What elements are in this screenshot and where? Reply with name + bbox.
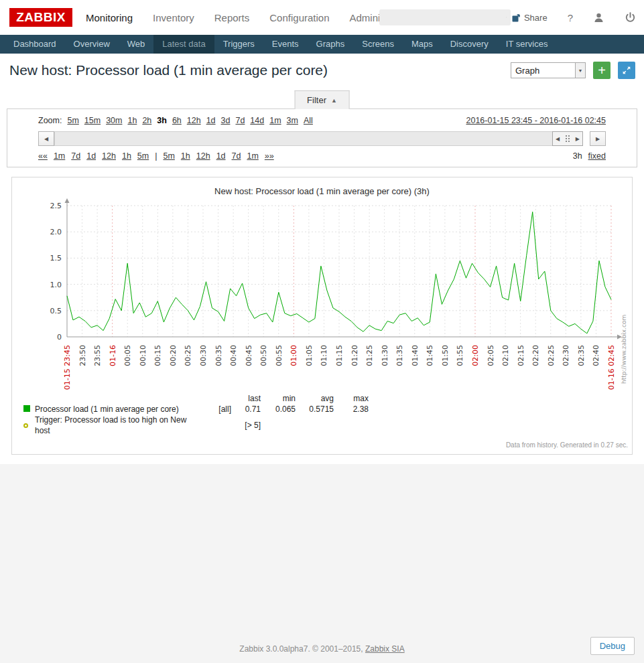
shift-forward-1h-link[interactable]: 1h xyxy=(181,151,190,161)
scroll-slider[interactable]: ◀ ▶ xyxy=(552,131,583,146)
subnav-item-triggers[interactable]: Triggers xyxy=(214,35,263,54)
x-tick-label: 00:20 xyxy=(169,345,178,366)
shift-back-12h-link[interactable]: 12h xyxy=(102,151,116,161)
profile-icon[interactable] xyxy=(593,12,604,23)
legend-value: [> 5] xyxy=(231,420,261,431)
subnav-item-overview[interactable]: Overview xyxy=(65,35,119,54)
nav-separator: | xyxy=(155,151,157,161)
scroll-track[interactable]: ◀ ▶ xyxy=(54,131,583,146)
graph-legend: lastminavgmaxProcessor load (1 min avera… xyxy=(23,393,632,436)
legend-header-row: lastminavgmax xyxy=(23,393,632,404)
chart-title: New host: Processor load (1 min average … xyxy=(12,186,632,196)
filter-tab[interactable]: Filter ▲ xyxy=(294,90,350,109)
zoom-6h-link[interactable]: 6h xyxy=(172,116,182,125)
processor-load-graph[interactable]: 00.51.01.52.02.501-15 23:4523:5023:5501-… xyxy=(12,198,632,392)
zoom-7d-link[interactable]: 7d xyxy=(235,116,245,125)
subnav-item-it-services[interactable]: IT services xyxy=(497,35,557,54)
shift-back-7d-link[interactable]: 7d xyxy=(71,151,80,161)
chevron-down-icon[interactable]: ▼ xyxy=(575,63,585,78)
legend-scale: [all] xyxy=(199,404,231,415)
y-tick-label: 2.0 xyxy=(50,228,62,236)
subnav-item-dashboard[interactable]: Dashboard xyxy=(5,35,65,54)
shift-forward-1d-link[interactable]: 1d xyxy=(216,151,226,161)
footer-link[interactable]: Zabbix SIA xyxy=(365,644,405,654)
shift-forward-7d-link[interactable]: 7d xyxy=(232,151,241,161)
x-tick-label: 01-16 xyxy=(109,345,117,366)
scroll-left-button[interactable]: ◀ xyxy=(38,131,54,146)
date-range-link[interactable]: 2016-01-15 23:45 - 2016-01-16 02:45 xyxy=(466,116,606,125)
x-tick-label: 00:35 xyxy=(214,345,223,366)
shift-back-5m-link[interactable]: 5m xyxy=(137,151,149,161)
share-icon xyxy=(512,13,521,22)
watermark-text: http://www.zabbix.com xyxy=(621,315,627,384)
zoom-2h-link[interactable]: 2h xyxy=(142,116,151,125)
x-tick-label: 00:55 xyxy=(275,345,283,366)
shift-forward-12h-link[interactable]: 12h xyxy=(196,151,210,161)
subnav-item-screens[interactable]: Screens xyxy=(353,35,403,54)
zoom-30m-link[interactable]: 30m xyxy=(106,116,122,125)
zoom-1d-link[interactable]: 1d xyxy=(206,116,216,125)
x-tick-label: 00:25 xyxy=(184,345,192,366)
subnav-item-discovery[interactable]: Discovery xyxy=(442,35,497,54)
shift-back-1d-link[interactable]: 1d xyxy=(86,151,96,161)
help-button[interactable]: ? xyxy=(568,12,573,23)
slider-grip[interactable] xyxy=(565,135,571,143)
x-tick-label: 02:40 xyxy=(592,345,600,366)
content-area: New host: Processor load (1 min average … xyxy=(0,54,644,464)
share-button[interactable]: Share xyxy=(512,13,548,23)
zoom-12h-link[interactable]: 12h xyxy=(187,116,201,125)
x-tick-label: 01:55 xyxy=(456,345,464,366)
nav-inventory[interactable]: Inventory xyxy=(151,9,196,26)
x-tick-label: 02:00 xyxy=(471,345,480,366)
scroll-right-button[interactable]: ▶ xyxy=(590,131,606,146)
nav-reports[interactable]: Reports xyxy=(213,9,251,26)
subnav-item-latest-data[interactable]: Latest data xyxy=(153,35,214,54)
slider-right-arrow-icon[interactable]: ▶ xyxy=(576,136,580,142)
add-to-favourites-button[interactable]: + xyxy=(593,62,610,79)
x-tick-label: 02:05 xyxy=(487,345,495,366)
shift-back-1h-link[interactable]: 1h xyxy=(122,151,131,161)
nav-configuration[interactable]: Configuration xyxy=(268,9,330,26)
slider-left-arrow-icon[interactable]: ◀ xyxy=(556,136,560,142)
fixed-link[interactable]: fixed xyxy=(588,151,606,161)
page-back-link[interactable]: «« xyxy=(38,151,48,161)
legend-value: 2.38 xyxy=(334,404,369,415)
zoom-15m-link[interactable]: 15m xyxy=(84,116,101,125)
logout-icon[interactable] xyxy=(625,12,636,23)
subnav-item-maps[interactable]: Maps xyxy=(403,35,442,54)
graph-widget: New host: Processor load (1 min average … xyxy=(11,177,633,455)
shift-back-1m-link[interactable]: 1m xyxy=(54,151,65,161)
search-input[interactable] xyxy=(379,9,506,25)
shift-forward-1m-link[interactable]: 1m xyxy=(247,151,258,161)
search-box xyxy=(379,9,511,25)
zoom-14d-link[interactable]: 14d xyxy=(250,116,264,125)
zoom-1h-link[interactable]: 1h xyxy=(127,116,137,125)
top-header: ZABBIX MonitoringInventoryReportsConfigu… xyxy=(0,0,644,35)
subnav-item-graphs[interactable]: Graphs xyxy=(308,35,354,54)
x-tick-label: 01:10 xyxy=(320,345,328,366)
subnav-item-web[interactable]: Web xyxy=(119,35,154,54)
subnav-item-events[interactable]: Events xyxy=(263,35,308,54)
y-tick-label: 2.5 xyxy=(50,202,62,210)
shift-forward-5m-link[interactable]: 5m xyxy=(163,151,174,161)
page-forward-link[interactable]: »» xyxy=(265,151,274,161)
zoom-3m-link[interactable]: 3m xyxy=(287,116,298,125)
zoom-all-link[interactable]: All xyxy=(304,116,313,125)
nav-monitoring[interactable]: Monitoring xyxy=(84,9,134,26)
footer: Zabbix 3.0.0alpha7. © 2001–2015, Zabbix … xyxy=(239,644,404,654)
x-tick-label: 01:00 xyxy=(289,345,298,366)
page-title: New host: Processor load (1 min average … xyxy=(9,62,511,78)
view-select[interactable]: Graph ▼ xyxy=(511,62,586,78)
legend-label: Processor load (1 min average per core) xyxy=(35,404,199,415)
fullscreen-icon xyxy=(621,65,632,76)
fullscreen-button[interactable] xyxy=(618,62,635,79)
zoom-5m-link[interactable]: 5m xyxy=(67,116,78,125)
debug-button[interactable]: Debug xyxy=(590,637,635,655)
zoom-3h-link[interactable]: 3h xyxy=(157,116,167,125)
zoom-links: 5m15m30m1h2h3h6h12h1d3d7d14d1m3mAll xyxy=(62,116,312,125)
search-icon[interactable] xyxy=(506,12,507,23)
zoom-1m-link[interactable]: 1m xyxy=(269,116,281,125)
x-tick-label: 02:10 xyxy=(501,345,510,366)
zabbix-logo[interactable]: ZABBIX xyxy=(9,8,72,27)
zoom-3d-link[interactable]: 3d xyxy=(221,116,231,125)
